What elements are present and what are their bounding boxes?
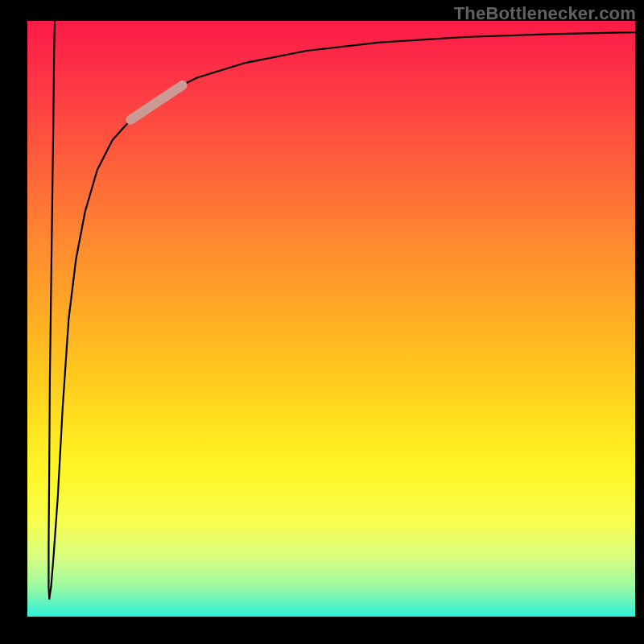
gradient-plot-background [27,21,635,617]
chart-stage: TheBottlenecker.com [0,0,644,644]
